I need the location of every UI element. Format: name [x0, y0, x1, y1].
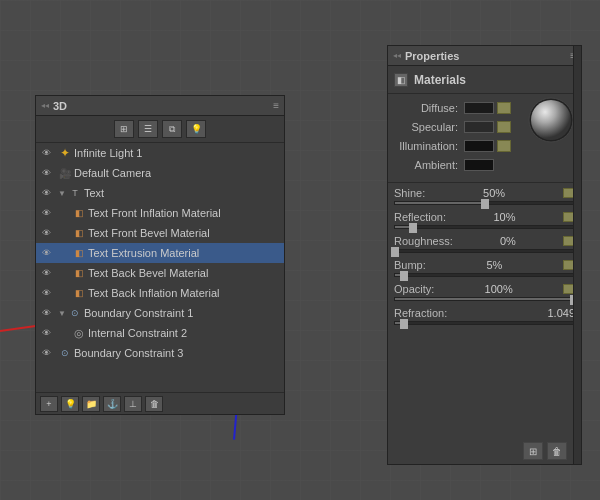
panel-3d-toolbar: ⊞ ☰ ⧉ 💡: [36, 116, 284, 143]
specular-label: Specular:: [394, 121, 464, 133]
specular-color-box[interactable]: [464, 121, 494, 133]
refraction-thumb: [400, 319, 408, 329]
refraction-track[interactable]: [394, 321, 575, 325]
eye-icon-text-front-bevel[interactable]: 👁: [38, 225, 54, 241]
layer-name-text: Text: [84, 187, 104, 199]
props-scrollbar[interactable]: [573, 46, 581, 464]
bump-value: 5%: [486, 259, 502, 271]
roughness-thumb: [391, 247, 399, 257]
opacity-value: 100%: [485, 283, 513, 295]
mat-icon-text-back-inflation: ◧: [72, 286, 86, 300]
roughness-slider-row: Roughness: 0%: [394, 235, 575, 253]
illumination-label: Illumination:: [394, 140, 464, 152]
diffuse-label: Diffuse:: [394, 102, 464, 114]
delete-material-btn[interactable]: 🗑: [547, 442, 567, 460]
layer-name-text-extrusion: Text Extrusion Material: [88, 247, 199, 259]
layer-item-boundary-constraint-1[interactable]: 👁 ▼ ⊙ Boundary Constraint 1: [36, 303, 284, 323]
layer-name-default-camera: Default Camera: [74, 167, 151, 179]
illumination-color-box[interactable]: [464, 140, 494, 152]
roughness-track[interactable]: [394, 249, 575, 253]
diffuse-folder-icon[interactable]: [497, 102, 511, 114]
layer-name-infinite-light: Infinite Light 1: [74, 147, 143, 159]
eye-icon-default-camera[interactable]: 👁: [38, 165, 54, 181]
sliders-section: Shine: 50% Reflection: 10%: [388, 185, 581, 333]
layer-item-infinite-light[interactable]: 👁 ✦ Infinite Light 1: [36, 143, 284, 163]
ambient-row: Ambient:: [394, 157, 575, 173]
reflection-slider-row: Reflection: 10%: [394, 211, 575, 229]
panel-3d-header: ◂◂ 3D ≡: [36, 96, 284, 116]
layer-name-boundary-constraint-1: Boundary Constraint 1: [84, 307, 193, 319]
eye-icon-boundary-constraint-1[interactable]: 👁: [38, 305, 54, 321]
bump-slider-row: Bump: 5%: [394, 259, 575, 277]
mat-icon-text-front-inflation: ◧: [72, 206, 86, 220]
eye-icon-text-front-inflation[interactable]: 👁: [38, 205, 54, 221]
eye-icon-text-back-inflation[interactable]: 👁: [38, 285, 54, 301]
folder-btn[interactable]: 📁: [82, 396, 100, 412]
ambient-label: Ambient:: [394, 159, 464, 171]
light-add-btn[interactable]: 💡: [61, 396, 79, 412]
mat-icon-text-front-bevel: ◧: [72, 226, 86, 240]
layer-item-boundary-constraint-3[interactable]: 👁 ⊙ Boundary Constraint 3: [36, 343, 284, 363]
panel-3d-title: 3D: [53, 100, 67, 112]
reflection-value: 10%: [493, 211, 515, 223]
refraction-value: 1.049: [547, 307, 575, 319]
layer-item-default-camera[interactable]: 👁 🎥 Default Camera: [36, 163, 284, 183]
props-resize-icon[interactable]: ◂◂: [393, 51, 401, 60]
panel-3d-header-icons: ≡: [273, 100, 279, 111]
camera-icon: 🎥: [58, 166, 72, 180]
toolbar-grid-btn[interactable]: ⊞: [114, 120, 134, 138]
bump-track[interactable]: [394, 273, 575, 277]
layer-item-text-back-bevel[interactable]: 👁 ◧ Text Back Bevel Material: [36, 263, 284, 283]
delete-layer-btn[interactable]: 🗑: [145, 396, 163, 412]
layer-item-internal-constraint-2[interactable]: 👁 ◎ Internal Constraint 2: [36, 323, 284, 343]
new-material-btn[interactable]: ⊞: [523, 442, 543, 460]
illumination-folder-icon[interactable]: [497, 140, 511, 152]
refraction-slider-row: Refraction: 1.049: [394, 307, 575, 325]
text-object-icon: T: [68, 186, 82, 200]
mat-icon-text-back-bevel: ◧: [72, 266, 86, 280]
eye-icon-text[interactable]: 👁: [38, 185, 54, 201]
add-layer-btn[interactable]: +: [40, 396, 58, 412]
reflection-thumb: [409, 223, 417, 233]
panel-resize-icon[interactable]: ◂◂: [41, 101, 49, 110]
props-tab-label: Materials: [414, 73, 466, 87]
divider: [388, 182, 581, 183]
opacity-track[interactable]: [394, 297, 575, 301]
specular-folder-icon[interactable]: [497, 121, 511, 133]
panel-3d-menu-icon[interactable]: ≡: [273, 100, 279, 111]
layer-name-text-back-inflation: Text Back Inflation Material: [88, 287, 219, 299]
toolbar-list-btn[interactable]: ☰: [138, 120, 158, 138]
shine-track[interactable]: [394, 201, 575, 205]
eye-icon-boundary-constraint-3[interactable]: 👁: [38, 345, 54, 361]
anchor-btn[interactable]: ⚓: [103, 396, 121, 412]
eye-icon-internal-constraint-2[interactable]: 👁: [38, 325, 54, 341]
reflection-track[interactable]: [394, 225, 575, 229]
toolbar-layer-btn[interactable]: ⧉: [162, 120, 182, 138]
shine-label: Shine:: [394, 187, 425, 199]
diffuse-color-box[interactable]: [464, 102, 494, 114]
panel-3d-bottom-toolbar: + 💡 📁 ⚓ ⊥ 🗑: [36, 392, 284, 414]
eye-icon-text-extrusion[interactable]: 👁: [38, 245, 54, 261]
anchor2-btn[interactable]: ⊥: [124, 396, 142, 412]
layer-item-text-front-inflation[interactable]: 👁 ◧ Text Front Inflation Material: [36, 203, 284, 223]
ambient-color-box[interactable]: [464, 159, 494, 171]
layer-item-text-front-bevel[interactable]: 👁 ◧ Text Front Bevel Material: [36, 223, 284, 243]
bump-label: Bump:: [394, 259, 426, 271]
expand-text-arrow[interactable]: ▼: [58, 189, 66, 198]
eye-icon-text-back-bevel[interactable]: 👁: [38, 265, 54, 281]
opacity-label: Opacity:: [394, 283, 434, 295]
eye-icon-infinite-light[interactable]: 👁: [38, 145, 54, 161]
layer-item-text-extrusion[interactable]: 👁 ◧ Text Extrusion Material: [36, 243, 284, 263]
shine-thumb: [481, 199, 489, 209]
layer-item-text[interactable]: 👁 ▼ T Text: [36, 183, 284, 203]
constraint-icon-3: ⊙: [58, 346, 72, 360]
svg-point-1: [531, 100, 571, 140]
toolbar-light-btn[interactable]: 💡: [186, 120, 206, 138]
expand-boundary-1-arrow[interactable]: ▼: [58, 309, 66, 318]
layer-name-boundary-constraint-3: Boundary Constraint 3: [74, 347, 183, 359]
props-materials-tab[interactable]: ◧ Materials: [388, 66, 581, 94]
roughness-value: 0%: [500, 235, 516, 247]
props-title: Properties: [405, 50, 459, 62]
layer-item-text-back-inflation[interactable]: 👁 ◧ Text Back Inflation Material: [36, 283, 284, 303]
opacity-fill: [395, 298, 574, 300]
